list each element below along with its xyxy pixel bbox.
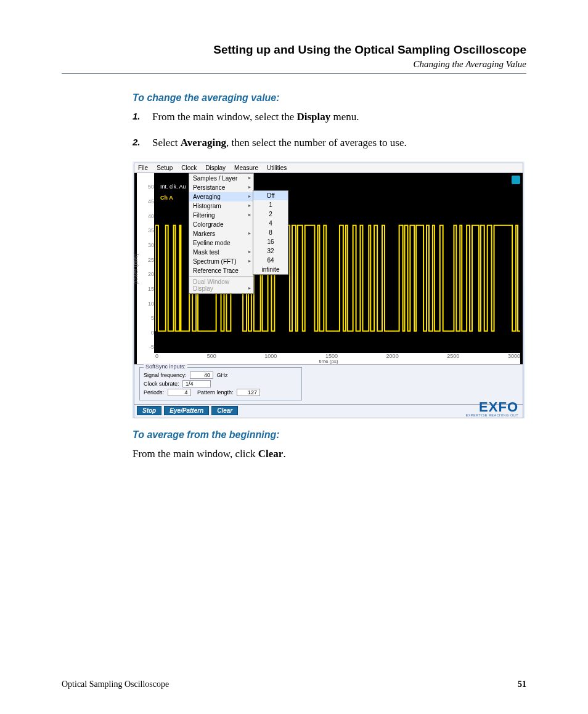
menu-item-filtering[interactable]: Filtering bbox=[189, 211, 253, 220]
avg-option-8[interactable]: 8 bbox=[253, 228, 288, 237]
menu-setup[interactable]: Setup bbox=[157, 164, 173, 171]
y-axis-ticks: 50 45 40 35 30 25 20 15 10 5 0 -5 bbox=[137, 173, 154, 353]
brand-logo-block: EXFO EXPERTISE REACHING OUT bbox=[466, 401, 518, 417]
menu-item-dual-window: Dual Window Display bbox=[189, 277, 253, 293]
page-number: 51 bbox=[518, 680, 526, 689]
avg-option-32[interactable]: 32 bbox=[253, 246, 288, 256]
pattern-length-label: Pattern length: bbox=[197, 389, 234, 396]
pattern-length-field[interactable]: 127 bbox=[237, 389, 260, 396]
softsync-panel: SoftSync inputs: Signal frequency: 40 GH… bbox=[134, 365, 523, 405]
eye-pattern-button[interactable]: Eye/Pattern bbox=[164, 406, 209, 415]
averaging-submenu: Off 1 2 4 8 16 32 64 infinite bbox=[253, 190, 288, 275]
chapter-title: Setting up and Using the Optical Samplin… bbox=[62, 43, 526, 57]
menu-item-averaging[interactable]: Averaging bbox=[189, 192, 253, 201]
app-menubar: File Setup Clock Display Measure Utiliti… bbox=[134, 163, 523, 173]
step-number: 1. bbox=[133, 110, 152, 124]
menu-item-samples-layer[interactable]: Samples / Layer bbox=[189, 174, 253, 183]
display-dropdown-menu: Samples / Layer Persistance Averaging Hi… bbox=[189, 173, 254, 294]
avg-option-16[interactable]: 16 bbox=[253, 237, 288, 246]
task1-title: To change the averaging value: bbox=[133, 92, 526, 103]
menu-display[interactable]: Display bbox=[205, 164, 226, 171]
periods-label: Periods: bbox=[144, 389, 164, 396]
avg-option-2[interactable]: 2 bbox=[253, 209, 288, 219]
clock-subrate-label: Clock subrate: bbox=[144, 381, 179, 387]
exfo-tagline: EXPERTISE REACHING OUT bbox=[466, 413, 518, 417]
avg-option-infinite[interactable]: infinite bbox=[253, 265, 288, 274]
button-bar: Stop Eye/Pattern Clear bbox=[134, 405, 523, 418]
menu-separator bbox=[189, 276, 253, 277]
menu-item-spectrum-fft[interactable]: Spectrum (FFT) bbox=[189, 257, 253, 266]
stop-button[interactable]: Stop bbox=[137, 406, 161, 415]
exfo-logo: EXFO bbox=[466, 401, 518, 413]
footer-title: Optical Sampling Oscilloscope bbox=[62, 680, 169, 689]
signal-frequency-label: Signal frequency: bbox=[144, 372, 187, 378]
menu-file[interactable]: File bbox=[138, 164, 148, 171]
section-subtitle: Changing the Averaging Value bbox=[62, 59, 526, 70]
periods-field[interactable]: 4 bbox=[168, 389, 191, 396]
menu-item-histogram[interactable]: Histogram bbox=[189, 201, 253, 211]
oscilloscope-screenshot: File Setup Clock Display Measure Utiliti… bbox=[133, 161, 525, 418]
x-axis-label: time (ps) bbox=[134, 359, 523, 364]
menu-item-markers[interactable]: Markers bbox=[189, 229, 253, 238]
clock-subrate-field[interactable]: 1/4 bbox=[182, 380, 211, 387]
header-rule bbox=[62, 73, 526, 74]
step-number: 2. bbox=[133, 136, 152, 150]
menu-item-mask-test[interactable]: Mask test bbox=[189, 248, 253, 257]
step-body: Select Averaging, then select the number… bbox=[152, 136, 526, 150]
task1-steps: 1. From the main window, select the Disp… bbox=[133, 110, 526, 150]
menu-item-colorgrade[interactable]: Colorgrade bbox=[189, 220, 253, 229]
signal-frequency-field[interactable]: 40 bbox=[190, 371, 213, 379]
y-axis-label: power (mW) bbox=[134, 253, 139, 283]
task2-title: To average from the beginning: bbox=[133, 429, 526, 440]
avg-option-1[interactable]: 1 bbox=[253, 200, 288, 209]
menu-measure[interactable]: Measure bbox=[234, 164, 258, 171]
signal-frequency-unit: GHz bbox=[217, 372, 228, 378]
menu-clock[interactable]: Clock bbox=[181, 164, 197, 171]
menu-item-persistance[interactable]: Persistance bbox=[189, 183, 253, 192]
task2-body: From the main window, click Clear. bbox=[133, 447, 526, 461]
avg-option-64[interactable]: 64 bbox=[253, 256, 288, 265]
avg-option-off[interactable]: Off bbox=[253, 191, 288, 200]
avg-option-4[interactable]: 4 bbox=[253, 219, 288, 228]
menu-utilities[interactable]: Utilities bbox=[267, 164, 287, 171]
menu-item-reference-trace[interactable]: Reference Trace bbox=[189, 266, 253, 275]
chart-area: 50 45 40 35 30 25 20 15 10 5 0 -5 power … bbox=[134, 173, 523, 365]
clear-button[interactable]: Clear bbox=[211, 406, 238, 415]
menu-item-eyeline[interactable]: Eyeline mode bbox=[189, 238, 253, 248]
step-body: From the main window, select the Display… bbox=[152, 110, 526, 124]
softsync-legend: SoftSync inputs: bbox=[144, 363, 187, 370]
